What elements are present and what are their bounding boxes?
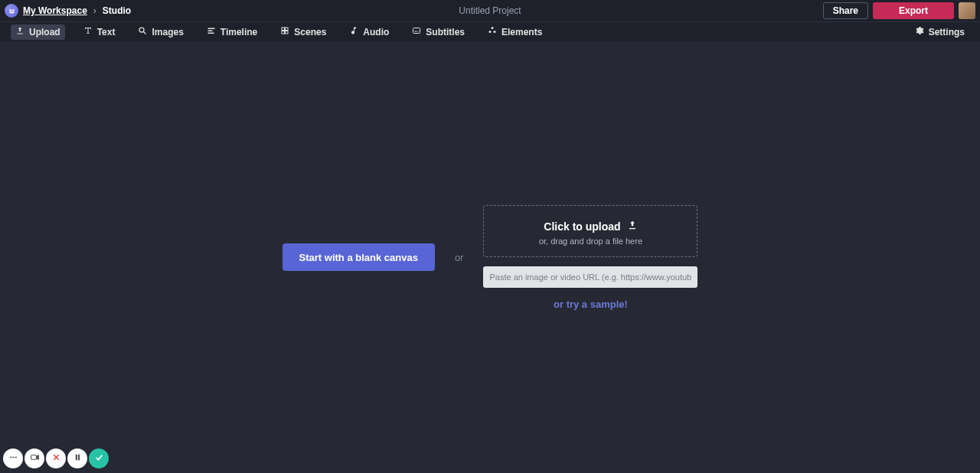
upload-dropzone[interactable]: Click to upload or, drag and drop a file… (483, 205, 697, 257)
dropzone-title: Click to upload (544, 220, 620, 233)
tool-subtitles[interactable]: Subtitles (407, 24, 469, 40)
subtitles-icon (412, 26, 421, 38)
check-icon (94, 452, 104, 465)
svg-rect-2 (9, 11, 14, 13)
breadcrumb-separator: › (93, 5, 96, 16)
recorder-pause-button[interactable] (67, 449, 87, 468)
recorder-controls (3, 449, 109, 468)
tool-label: Images (152, 27, 183, 38)
camera-icon (30, 452, 40, 465)
settings-button[interactable]: Settings (910, 24, 969, 40)
recorder-cancel-button[interactable] (46, 449, 66, 468)
breadcrumb: My Workspace › Studio (5, 4, 131, 18)
breadcrumb-current: Studio (103, 5, 131, 16)
svg-rect-12 (413, 28, 420, 34)
dropzone-subtitle: or, drag and drop a file here (492, 236, 689, 246)
tool-scenes[interactable]: Scenes (276, 24, 331, 40)
share-button[interactable]: Share (823, 2, 868, 19)
url-input[interactable] (483, 266, 697, 288)
settings-label: Settings (929, 27, 965, 38)
user-avatar[interactable] (959, 2, 975, 19)
gear-icon (915, 26, 924, 38)
or-separator: or (455, 252, 464, 263)
project-title[interactable]: Untitled Project (459, 5, 521, 16)
app-logo-icon[interactable] (5, 4, 18, 18)
svg-point-16 (489, 31, 492, 33)
svg-line-4 (144, 32, 146, 34)
elements-icon (488, 26, 497, 38)
svg-rect-21 (31, 455, 36, 459)
upload-column: Click to upload or, drag and drop a file… (483, 205, 697, 310)
svg-rect-10 (282, 31, 285, 34)
tool-label: Subtitles (426, 27, 465, 38)
export-button[interactable]: Export (873, 2, 954, 19)
search-icon (138, 26, 147, 38)
svg-point-3 (139, 28, 144, 32)
svg-point-1 (11, 9, 14, 11)
pause-icon (73, 452, 83, 465)
tool-label: Elements (501, 27, 542, 38)
svg-point-0 (9, 9, 11, 11)
svg-point-20 (15, 456, 16, 458)
tool-elements[interactable]: Elements (483, 24, 547, 40)
tool-upload[interactable]: Upload (11, 24, 65, 40)
workspace-link[interactable]: My Workspace (23, 5, 87, 16)
tool-label: Audio (363, 27, 389, 38)
tool-label: Upload (29, 27, 60, 38)
svg-point-17 (494, 31, 496, 33)
topbar-right: Share Export (823, 2, 975, 19)
tool-timeline[interactable]: Timeline (202, 24, 262, 40)
svg-rect-24 (75, 455, 77, 461)
more-icon (8, 452, 18, 465)
timeline-icon (207, 26, 216, 38)
tool-audio[interactable]: Audio (345, 24, 394, 40)
svg-rect-25 (78, 455, 80, 461)
tool-label: Text (97, 27, 116, 38)
tool-label: Scenes (294, 27, 326, 38)
tool-label: Timeline (220, 27, 257, 38)
recorder-more-button[interactable] (3, 449, 23, 468)
recorder-confirm-button[interactable] (89, 449, 109, 468)
svg-rect-8 (282, 28, 285, 31)
tool-text[interactable]: Text (79, 24, 120, 40)
topbar: My Workspace › Studio Untitled Project S… (0, 0, 980, 21)
recorder-camera-button[interactable] (24, 449, 44, 468)
close-icon (51, 452, 61, 465)
toolbar: Upload Text Images Timeline Scenes Audio (0, 21, 980, 41)
svg-point-19 (12, 456, 14, 458)
svg-point-18 (10, 456, 11, 458)
svg-rect-6 (207, 31, 212, 32)
svg-rect-9 (286, 28, 289, 31)
upload-icon (627, 220, 638, 233)
canvas-area: Start with a blank canvas or Click to up… (0, 41, 980, 473)
svg-rect-11 (286, 31, 289, 34)
scenes-icon (280, 26, 289, 38)
start-blank-canvas-button[interactable]: Start with a blank canvas (283, 243, 435, 271)
text-icon (83, 26, 93, 38)
upload-icon (15, 26, 24, 38)
svg-point-15 (492, 27, 494, 29)
svg-rect-7 (207, 33, 214, 34)
tool-images[interactable]: Images (133, 24, 188, 40)
try-sample-link[interactable]: or try a sample! (554, 298, 628, 310)
audio-icon (349, 26, 358, 38)
svg-rect-5 (207, 28, 214, 30)
